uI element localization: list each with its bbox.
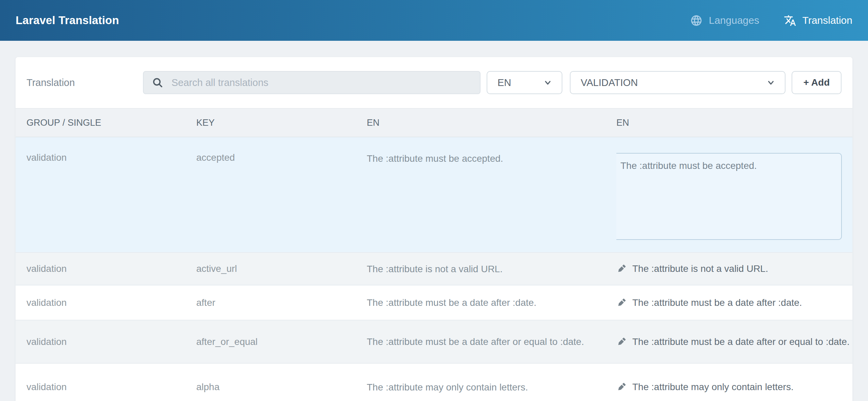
toolbar: Translation EN VALIDATION + Add bbox=[16, 57, 852, 108]
globe-icon bbox=[690, 14, 703, 27]
column-header-target-locale: EN bbox=[616, 118, 852, 128]
translation-text[interactable]: The :attribute must be a date after or e… bbox=[632, 336, 850, 347]
group-select[interactable]: VALIDATION bbox=[570, 71, 785, 94]
group-text: validation bbox=[26, 336, 67, 347]
add-button[interactable]: + Add bbox=[792, 71, 842, 94]
group-text: validation bbox=[26, 152, 67, 163]
nav-item-label: Languages bbox=[709, 15, 759, 26]
group-select-value: VALIDATION bbox=[581, 77, 638, 88]
group-text: validation bbox=[26, 263, 67, 274]
cell-key: alpha bbox=[196, 382, 367, 393]
cell-group: validation bbox=[16, 263, 196, 274]
search-box bbox=[143, 71, 481, 94]
group-text: validation bbox=[26, 297, 67, 308]
search-icon bbox=[152, 77, 163, 88]
nav-item-languages[interactable]: Languages bbox=[690, 14, 759, 27]
cell-source: The :attribute must be a date after :dat… bbox=[367, 296, 616, 309]
cell-group: validation bbox=[16, 297, 196, 308]
source-text: The :attribute must be a date after :dat… bbox=[367, 297, 537, 308]
edit-pencil-icon[interactable] bbox=[616, 382, 627, 392]
translation-text[interactable]: The :attribute is not a valid URL. bbox=[632, 263, 768, 274]
cell-key: active_url bbox=[196, 263, 367, 274]
table-row: validation accepted The :attribute must … bbox=[16, 137, 852, 252]
table-row: validation after_or_equal The :attribute… bbox=[16, 320, 852, 363]
cell-translation: The :attribute must be a date after :dat… bbox=[616, 297, 852, 308]
key-text: alpha bbox=[196, 382, 220, 392]
panel-title: Translation bbox=[26, 77, 143, 88]
table-body: validation accepted The :attribute must … bbox=[16, 137, 852, 401]
source-text: The :attribute must be a date after or e… bbox=[367, 336, 584, 347]
cell-group: validation bbox=[16, 382, 196, 393]
source-text: The :attribute may only contain letters. bbox=[367, 382, 528, 393]
source-text: The :attribute is not a valid URL. bbox=[367, 264, 503, 274]
cell-source: The :attribute must be accepted. bbox=[367, 152, 616, 165]
translation-panel: Translation EN VALIDATION + Add GROUP / … bbox=[16, 57, 852, 401]
top-navbar: Laravel Translation Languages Translatio… bbox=[0, 0, 868, 41]
cell-group: validation bbox=[16, 336, 196, 347]
cell-translation: The :attribute may only contain letters.… bbox=[616, 382, 852, 393]
translation-display[interactable]: The :attribute must be a date after or e… bbox=[616, 336, 852, 347]
table-row: validation after The :attribute must be … bbox=[16, 285, 852, 320]
translation-text[interactable]: The :attribute may only contain letters. bbox=[632, 382, 794, 393]
chevron-down-icon bbox=[766, 78, 775, 87]
table-row: validation alpha The :attribute may only… bbox=[16, 363, 852, 401]
translation-text[interactable]: The :attribute must be a date after :dat… bbox=[632, 297, 802, 308]
cell-source: The :attribute must be a date after or e… bbox=[367, 335, 616, 348]
edit-pencil-icon[interactable] bbox=[616, 298, 627, 308]
cell-translation: The :attribute must be a date after or e… bbox=[616, 336, 852, 347]
nav-links: Languages Translation bbox=[690, 14, 852, 27]
cell-source: The :attribute may only contain letters. bbox=[367, 381, 616, 394]
translation-textarea[interactable]: The :attribute must be accepted. bbox=[616, 153, 842, 240]
table-header: GROUP / SINGLE KEY EN EN bbox=[16, 108, 852, 137]
translation-display[interactable]: The :attribute may only contain letters. bbox=[616, 382, 852, 393]
table-row: validation active_url The :attribute is … bbox=[16, 252, 852, 285]
source-text: The :attribute must be accepted. bbox=[367, 153, 503, 164]
key-text: after_or_equal bbox=[196, 336, 258, 347]
cell-translation: The :attribute is not a valid URL. The :… bbox=[616, 263, 852, 274]
column-header-group: GROUP / SINGLE bbox=[16, 118, 196, 128]
cell-key: accepted bbox=[196, 152, 367, 163]
locale-select-value: EN bbox=[498, 77, 511, 88]
translate-icon bbox=[784, 14, 796, 27]
chevron-down-icon bbox=[543, 78, 552, 87]
translation-display[interactable]: The :attribute must be a date after :dat… bbox=[616, 297, 852, 308]
edit-pencil-icon[interactable] bbox=[616, 264, 627, 274]
translation-display[interactable]: The :attribute is not a valid URL. bbox=[616, 263, 852, 274]
cell-key: after bbox=[196, 297, 367, 308]
app-title[interactable]: Laravel Translation bbox=[16, 14, 119, 27]
cell-key: after_or_equal bbox=[196, 336, 367, 347]
key-text: after bbox=[196, 297, 215, 308]
search-input[interactable] bbox=[143, 71, 481, 94]
nav-item-translation[interactable]: Translation bbox=[784, 14, 852, 27]
key-text: accepted bbox=[196, 152, 235, 163]
edit-pencil-icon[interactable] bbox=[616, 337, 627, 347]
column-header-source-locale: EN bbox=[367, 118, 616, 128]
locale-select[interactable]: EN bbox=[487, 71, 562, 94]
cell-group: validation bbox=[16, 152, 196, 163]
column-header-key: KEY bbox=[196, 118, 367, 128]
cell-source: The :attribute is not a valid URL. bbox=[367, 263, 616, 275]
nav-item-label: Translation bbox=[802, 15, 852, 26]
cell-translation: The :attribute must be accepted. The :at… bbox=[616, 152, 852, 240]
key-text: active_url bbox=[196, 263, 237, 274]
group-text: validation bbox=[26, 382, 67, 392]
